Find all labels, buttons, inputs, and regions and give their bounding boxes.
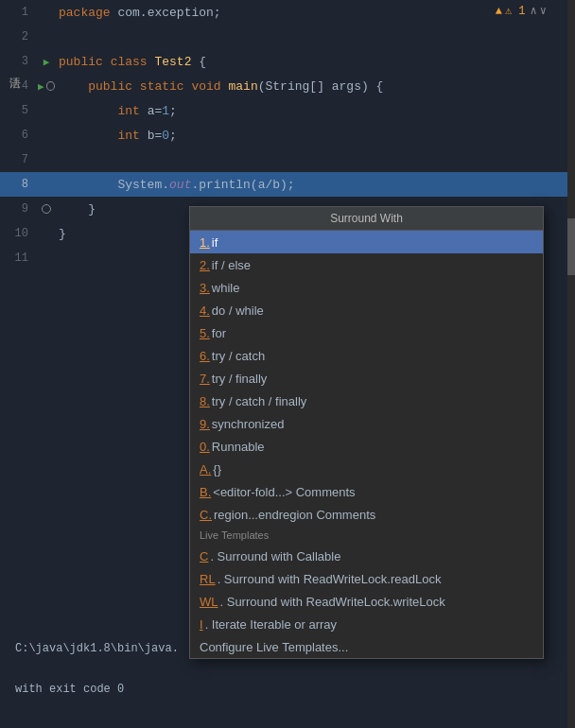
line-content-8: System.out.println(a/b); [55, 178, 575, 192]
line-num-11: 11 [0, 251, 38, 265]
item-label-0: Runnable [212, 440, 265, 454]
item-label-configure: Configure Live Templates... [200, 640, 348, 654]
run-arrow-3[interactable]: ▶ [44, 56, 50, 68]
item-key-1: 1. [200, 235, 210, 250]
item-label-1: if [212, 235, 218, 250]
surround-item-synchronized[interactable]: 9. synchronized [190, 412, 543, 435]
run-arrow-4[interactable]: ▶ [38, 80, 44, 93]
item-label-8: try / catch / finally [212, 394, 306, 408]
line-content-3: public class Test2 { [55, 55, 575, 69]
item-label-3: while [212, 281, 240, 295]
line-num-1: 1 [0, 6, 38, 19]
item-key-7: 7. [200, 372, 210, 386]
line-num-9: 9 [0, 202, 38, 216]
surround-item-writelock[interactable]: WL . Surround with ReadWriteLock.writeLo… [190, 590, 543, 613]
scrollbar[interactable] [567, 0, 575, 728]
surround-item-try-finally[interactable]: 7. try / finally [190, 367, 543, 390]
warning-count: ⚠ 1 [505, 4, 526, 18]
warning-badge: ▲ ⚠ 1 ∧ ∨ [496, 4, 547, 18]
line-content-5: int a=1; [55, 104, 575, 118]
popup-title: Surround With [190, 207, 543, 231]
surround-item-callable[interactable]: C . Surround with Callable [190, 545, 543, 567]
line-num-7: 7 [0, 153, 38, 166]
item-key-8: 8. [200, 394, 210, 408]
editor-area: ▲ ⚠ 1 ∧ ∨ 语法 1 package com.exception; 2 … [0, 0, 575, 728]
item-key-c: C. [200, 508, 212, 522]
exit-text: with exit code 0 [8, 679, 131, 700]
surround-item-if[interactable]: 1. if [190, 231, 543, 253]
item-label-7: try / finally [212, 372, 268, 386]
breakpoint-9 [42, 204, 51, 214]
item-label-4: do / while [212, 303, 264, 318]
line-4: 4 ▶ public static void main(String[] arg… [0, 74, 575, 98]
surround-item-if-else[interactable]: 2. if / else [190, 253, 543, 276]
line-icon-3: ▶ [38, 56, 55, 68]
item-label-readlock: . Surround with ReadWriteLock.readLock [218, 572, 442, 586]
item-key-i: I [200, 617, 203, 632]
line-content-4: public static void main(String[] args) { [55, 79, 575, 94]
item-label-6: try / catch [212, 349, 265, 363]
line-content-6: int b=0; [55, 129, 575, 143]
item-key-a: A. [200, 462, 211, 477]
item-key-3: 3. [200, 281, 210, 295]
line-6: 6 int b=0; [0, 123, 575, 147]
live-templates-label: Live Templates [190, 526, 543, 545]
item-key-b: B. [200, 485, 211, 499]
item-label-2: if / else [212, 258, 251, 272]
surround-item-try-catch[interactable]: 6. try / catch [190, 344, 543, 367]
line-7: 7 [0, 147, 575, 172]
item-label-5: for [212, 326, 226, 340]
item-key-4: 4. [200, 303, 210, 318]
surround-item-readlock[interactable]: RL . Surround with ReadWriteLock.readLoc… [190, 567, 543, 590]
line-8: 8 System.out.println(a/b); [0, 172, 575, 197]
surround-item-do-while[interactable]: 4. do / while [190, 299, 543, 321]
nav-down-arrow[interactable]: ∨ [540, 4, 547, 18]
item-key-wl: WL [200, 595, 218, 609]
surround-item-editor-fold[interactable]: B. <editor-fold...> Comments [190, 480, 543, 503]
surround-item-region[interactable]: C. region...endregion Comments [190, 503, 543, 526]
item-label-c: region...endregion Comments [214, 508, 375, 522]
item-key-0: 0. [200, 440, 210, 454]
left-sidebar-hint: 语法 [0, 64, 24, 72]
line-num-10: 10 [0, 227, 38, 240]
item-label-writelock: . Surround with ReadWriteLock.writeLock [220, 595, 445, 609]
item-label-iterate: . Iterate Iterable or array [205, 617, 337, 632]
line-1: 1 package com.exception; [0, 0, 575, 25]
item-label-a: {} [213, 462, 221, 477]
line-2: 2 [0, 25, 575, 49]
line-icon-9 [38, 204, 55, 214]
console-exit: with exit code 0 [0, 676, 575, 704]
breakpoint-4 [46, 81, 55, 91]
warning-icon: ▲ [496, 5, 502, 18]
item-label-b: <editor-fold...> Comments [213, 485, 355, 499]
item-key-2: 2. [200, 258, 210, 272]
item-key-5: 5. [200, 326, 210, 340]
surround-item-while[interactable]: 3. while [190, 276, 543, 299]
line-icon-4: ▶ [38, 80, 55, 93]
line-3: 3 ▶ public class Test2 { [0, 49, 575, 74]
surround-item-braces[interactable]: A. {} [190, 458, 543, 480]
surround-item-iterate[interactable]: I . Iterate Iterable or array [190, 613, 543, 635]
item-label-9: synchronized [212, 417, 285, 431]
scrollbar-thumb[interactable] [567, 218, 575, 275]
line-num-4: 4 [0, 79, 38, 93]
line-5: 5 int a=1; [0, 98, 575, 123]
surround-with-popup: Surround With 1. if 2. if / else 3. whil… [189, 206, 544, 659]
item-key-c2: C [200, 549, 208, 563]
surround-item-try-catch-finally[interactable]: 8. try / catch / finally [190, 390, 543, 412]
nav-up-arrow[interactable]: ∧ [531, 4, 537, 18]
surround-item-runnable[interactable]: 0. Runnable [190, 435, 543, 458]
item-key-9: 9. [200, 417, 210, 431]
surround-item-for[interactable]: 5. for [190, 321, 543, 344]
line-num-2: 2 [0, 30, 38, 43]
item-key-rl: RL [200, 572, 216, 586]
line-num-6: 6 [0, 129, 38, 142]
item-label-callable: . Surround with Callable [210, 549, 340, 563]
surround-item-configure[interactable]: Configure Live Templates... [190, 635, 543, 658]
line-num-8: 8 [0, 178, 38, 191]
item-key-6: 6. [200, 349, 210, 363]
line-num-5: 5 [0, 104, 38, 117]
